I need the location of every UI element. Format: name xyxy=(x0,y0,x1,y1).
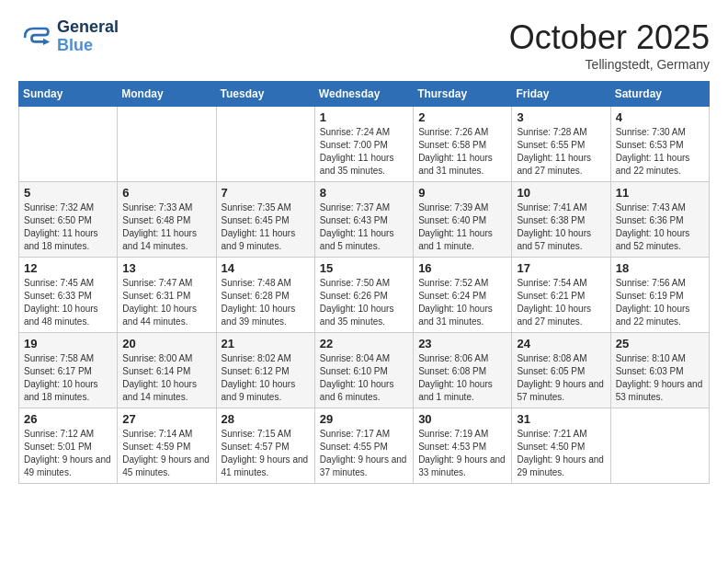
day-info: Sunrise: 7:43 AM Sunset: 6:36 PM Dayligh… xyxy=(616,201,704,253)
weekday-header: Thursday xyxy=(414,82,512,107)
calendar-cell: 20Sunrise: 8:00 AM Sunset: 6:14 PM Dayli… xyxy=(118,333,216,408)
day-number: 13 xyxy=(122,261,210,275)
calendar-week-row: 12Sunrise: 7:45 AM Sunset: 6:33 PM Dayli… xyxy=(19,258,710,333)
day-number: 6 xyxy=(122,186,210,200)
day-info: Sunrise: 7:56 AM Sunset: 6:19 PM Dayligh… xyxy=(616,277,704,328)
day-info: Sunrise: 7:17 AM Sunset: 4:55 PM Dayligh… xyxy=(320,428,408,479)
calendar-cell: 13Sunrise: 7:47 AM Sunset: 6:31 PM Dayli… xyxy=(118,258,216,333)
calendar-week-row: 19Sunrise: 7:58 AM Sunset: 6:17 PM Dayli… xyxy=(19,333,710,408)
day-info: Sunrise: 8:06 AM Sunset: 6:08 PM Dayligh… xyxy=(418,352,506,404)
weekday-header: Monday xyxy=(118,82,216,107)
day-info: Sunrise: 8:08 AM Sunset: 6:05 PM Dayligh… xyxy=(517,352,605,404)
calendar-cell: 2Sunrise: 7:26 AM Sunset: 6:58 PM Daylig… xyxy=(414,107,512,182)
day-number: 23 xyxy=(418,337,506,350)
day-info: Sunrise: 7:58 AM Sunset: 6:17 PM Dayligh… xyxy=(24,352,112,404)
calendar-cell: 22Sunrise: 8:04 AM Sunset: 6:10 PM Dayli… xyxy=(314,333,413,408)
day-number: 1 xyxy=(320,110,408,124)
calendar-cell: 9Sunrise: 7:39 AM Sunset: 6:40 PM Daylig… xyxy=(414,182,512,258)
calendar-cell: 25Sunrise: 8:10 AM Sunset: 6:03 PM Dayli… xyxy=(610,333,709,408)
day-info: Sunrise: 7:37 AM Sunset: 6:43 PM Dayligh… xyxy=(320,201,408,253)
day-number: 25 xyxy=(616,337,704,350)
day-number: 30 xyxy=(418,412,506,426)
day-info: Sunrise: 7:54 AM Sunset: 6:21 PM Dayligh… xyxy=(517,277,605,328)
location-subtitle: Tellingstedt, Germany xyxy=(509,57,710,72)
calendar-cell: 5Sunrise: 7:32 AM Sunset: 6:50 PM Daylig… xyxy=(19,182,118,258)
logo-icon xyxy=(18,20,51,53)
day-number: 27 xyxy=(122,412,210,426)
day-info: Sunrise: 7:30 AM Sunset: 6:53 PM Dayligh… xyxy=(616,126,704,178)
calendar-cell: 10Sunrise: 7:41 AM Sunset: 6:38 PM Dayli… xyxy=(512,182,610,258)
calendar-cell: 7Sunrise: 7:35 AM Sunset: 6:45 PM Daylig… xyxy=(216,182,314,258)
calendar-cell: 21Sunrise: 8:02 AM Sunset: 6:12 PM Dayli… xyxy=(216,333,314,408)
day-number: 17 xyxy=(517,261,605,275)
weekday-header: Friday xyxy=(512,82,610,107)
day-info: Sunrise: 7:50 AM Sunset: 6:26 PM Dayligh… xyxy=(320,277,408,328)
day-number: 15 xyxy=(320,261,408,275)
calendar-week-row: 26Sunrise: 7:12 AM Sunset: 5:01 PM Dayli… xyxy=(19,408,710,484)
day-info: Sunrise: 8:10 AM Sunset: 6:03 PM Dayligh… xyxy=(616,352,704,404)
calendar-cell: 1Sunrise: 7:24 AM Sunset: 7:00 PM Daylig… xyxy=(314,107,413,182)
calendar-cell: 6Sunrise: 7:33 AM Sunset: 6:48 PM Daylig… xyxy=(118,182,216,258)
day-info: Sunrise: 8:04 AM Sunset: 6:10 PM Dayligh… xyxy=(320,352,408,404)
calendar-cell: 16Sunrise: 7:52 AM Sunset: 6:24 PM Dayli… xyxy=(414,258,512,333)
day-info: Sunrise: 7:32 AM Sunset: 6:50 PM Dayligh… xyxy=(24,201,112,253)
day-info: Sunrise: 7:26 AM Sunset: 6:58 PM Dayligh… xyxy=(418,126,506,178)
day-number: 7 xyxy=(222,186,310,200)
calendar-cell: 27Sunrise: 7:14 AM Sunset: 4:59 PM Dayli… xyxy=(118,408,216,484)
calendar-cell: 23Sunrise: 8:06 AM Sunset: 6:08 PM Dayli… xyxy=(414,333,512,408)
day-number: 11 xyxy=(616,186,704,200)
calendar-cell: 30Sunrise: 7:19 AM Sunset: 4:53 PM Dayli… xyxy=(414,408,512,484)
day-info: Sunrise: 7:47 AM Sunset: 6:31 PM Dayligh… xyxy=(122,277,210,328)
day-number: 24 xyxy=(517,337,605,350)
day-number: 31 xyxy=(517,412,605,426)
day-info: Sunrise: 7:45 AM Sunset: 6:33 PM Dayligh… xyxy=(24,277,112,328)
day-number: 29 xyxy=(320,412,408,426)
day-number: 5 xyxy=(24,186,112,200)
day-number: 18 xyxy=(616,261,704,275)
day-number: 26 xyxy=(24,412,112,426)
day-number: 9 xyxy=(418,186,506,200)
calendar-cell: 15Sunrise: 7:50 AM Sunset: 6:26 PM Dayli… xyxy=(314,258,413,333)
day-number: 10 xyxy=(517,186,605,200)
day-info: Sunrise: 7:48 AM Sunset: 6:28 PM Dayligh… xyxy=(222,277,310,328)
calendar-cell: 8Sunrise: 7:37 AM Sunset: 6:43 PM Daylig… xyxy=(314,182,413,258)
calendar-cell: 17Sunrise: 7:54 AM Sunset: 6:21 PM Dayli… xyxy=(512,258,610,333)
day-info: Sunrise: 8:00 AM Sunset: 6:14 PM Dayligh… xyxy=(122,352,210,404)
weekday-header: Sunday xyxy=(19,82,118,107)
day-info: Sunrise: 7:15 AM Sunset: 4:57 PM Dayligh… xyxy=(222,428,310,479)
calendar-cell: 11Sunrise: 7:43 AM Sunset: 6:36 PM Dayli… xyxy=(610,182,709,258)
calendar-cell: 31Sunrise: 7:21 AM Sunset: 4:50 PM Dayli… xyxy=(512,408,610,484)
day-number: 19 xyxy=(24,337,112,350)
calendar-cell: 4Sunrise: 7:30 AM Sunset: 6:53 PM Daylig… xyxy=(610,107,709,182)
calendar-cell xyxy=(216,107,314,182)
calendar-cell: 18Sunrise: 7:56 AM Sunset: 6:19 PM Dayli… xyxy=(610,258,709,333)
calendar-cell xyxy=(118,107,216,182)
day-number: 14 xyxy=(222,261,310,275)
day-number: 3 xyxy=(517,110,605,124)
day-number: 12 xyxy=(24,261,112,275)
day-info: Sunrise: 7:21 AM Sunset: 4:50 PM Dayligh… xyxy=(517,428,605,479)
logo-text: General Blue xyxy=(57,18,119,55)
month-title: October 2025 xyxy=(509,18,710,57)
day-number: 8 xyxy=(320,186,408,200)
day-number: 20 xyxy=(122,337,210,350)
logo: General Blue xyxy=(18,18,119,55)
day-info: Sunrise: 7:14 AM Sunset: 4:59 PM Dayligh… xyxy=(122,428,210,479)
calendar-week-row: 1Sunrise: 7:24 AM Sunset: 7:00 PM Daylig… xyxy=(19,107,710,182)
day-info: Sunrise: 8:02 AM Sunset: 6:12 PM Dayligh… xyxy=(222,352,310,404)
day-number: 4 xyxy=(616,110,704,124)
page-header: General Blue October 2025 Tellingstedt, … xyxy=(18,18,710,72)
calendar-cell: 28Sunrise: 7:15 AM Sunset: 4:57 PM Dayli… xyxy=(216,408,314,484)
day-number: 28 xyxy=(222,412,310,426)
calendar-cell xyxy=(19,107,118,182)
day-info: Sunrise: 7:28 AM Sunset: 6:55 PM Dayligh… xyxy=(517,126,605,178)
calendar-week-row: 5Sunrise: 7:32 AM Sunset: 6:50 PM Daylig… xyxy=(19,182,710,258)
day-info: Sunrise: 7:19 AM Sunset: 4:53 PM Dayligh… xyxy=(418,428,506,479)
calendar-cell: 29Sunrise: 7:17 AM Sunset: 4:55 PM Dayli… xyxy=(314,408,413,484)
calendar-cell: 24Sunrise: 8:08 AM Sunset: 6:05 PM Dayli… xyxy=(512,333,610,408)
weekday-header-row: SundayMondayTuesdayWednesdayThursdayFrid… xyxy=(19,82,710,107)
calendar-cell: 12Sunrise: 7:45 AM Sunset: 6:33 PM Dayli… xyxy=(19,258,118,333)
calendar-cell: 26Sunrise: 7:12 AM Sunset: 5:01 PM Dayli… xyxy=(19,408,118,484)
calendar-cell: 19Sunrise: 7:58 AM Sunset: 6:17 PM Dayli… xyxy=(19,333,118,408)
svg-rect-0 xyxy=(18,20,51,53)
